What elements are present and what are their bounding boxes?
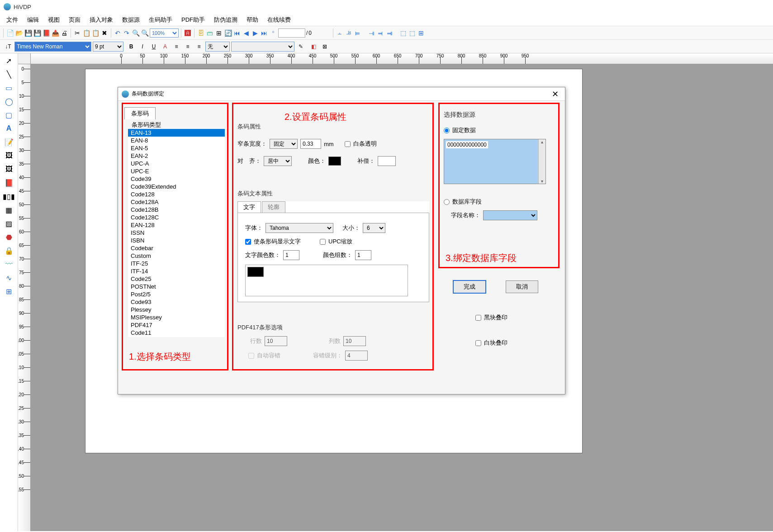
barcode-type-item[interactable]: Custom [128,252,225,260]
save-as-icon[interactable]: 💾 [33,29,41,37]
fill-color-icon[interactable]: ◧ [308,42,318,52]
font-color-button[interactable]: A [160,42,170,52]
delete-icon[interactable]: ✖ [100,29,109,37]
align-right-icon[interactable]: ⫢ [354,29,362,37]
last-record-icon[interactable]: ⏭ [260,29,268,37]
barcode-type-item[interactable]: ISSN [128,229,225,237]
barcode-type-item[interactable]: EAN-13 [128,129,225,137]
barcode-type-item[interactable]: Codebar [128,244,225,252]
grid-tool-icon[interactable]: ⊞ [4,286,14,297]
white-overprint-checkbox[interactable] [475,340,481,346]
db-table-icon[interactable]: ⊞ [215,29,223,37]
narrow-width-input[interactable] [300,139,321,149]
chart-tool-icon[interactable]: 〰 [4,259,14,270]
menu-item[interactable]: 数据源 [118,14,144,26]
barcode-type-list[interactable]: EAN-13EAN-8EAN-5EAN-2UPC-AUPC-ECode39Cod… [128,129,225,337]
open-icon[interactable]: 📂 [15,29,23,37]
narrow-mode-select[interactable]: 固定 [270,139,298,149]
text-size-select[interactable]: 6 [363,223,385,233]
datamatrix-tool-icon[interactable]: ▨ [4,218,14,229]
align-left-icon[interactable]: ⫠ [336,29,344,37]
undo-icon[interactable]: ↶ [114,29,122,37]
barcode-type-item[interactable]: PLANET [128,337,225,337]
text-direction-icon[interactable]: ↓T [3,42,13,52]
distribute-h-icon[interactable]: ⬚ [399,29,407,37]
align-top-icon[interactable]: ⫣ [367,29,375,37]
no-fill-icon[interactable]: ⊠ [320,42,330,52]
next-record-icon[interactable]: ▶ [251,29,259,37]
barcode-type-item[interactable]: Code128A [128,198,225,206]
barcode-type-item[interactable]: ITF-14 [128,267,225,275]
sub-tab-outline[interactable]: 轮廓 [262,201,285,213]
field-name-select[interactable] [483,210,537,220]
ellipse-tool-icon[interactable]: ◯ [4,96,14,107]
italic-button[interactable]: I [138,42,147,52]
barcode-type-item[interactable]: Code39Extended [128,183,225,190]
barcode-type-item[interactable]: ITF-25 [128,260,225,267]
paste-icon[interactable]: 📋 [91,29,100,37]
barcode-type-item[interactable]: EAN-8 [128,137,225,144]
security-tool-icon[interactable]: 🔒 [4,245,14,256]
barcode-type-item[interactable]: EAN-128 [128,221,225,229]
sub-tab-text[interactable]: 文字 [237,201,261,213]
print-icon[interactable]: 🖨 [60,29,68,37]
save-icon[interactable]: 💾 [24,29,32,37]
zoom-in-icon[interactable]: 🔍 [132,29,140,37]
first-record-icon[interactable]: ⏮ [233,29,241,37]
align-center-h-icon[interactable]: ⫡ [345,29,353,37]
barcode-type-item[interactable]: Plessey [128,306,225,314]
color-groups-input[interactable] [355,250,371,260]
db-edit-icon[interactable]: 🗃 [206,29,214,37]
font-size-select[interactable]: 9 pt [93,42,123,52]
qrcode-tool-icon[interactable]: ▦ [4,204,14,215]
barcode-type-item[interactable]: PDF417 [128,321,225,329]
menu-item[interactable]: 生码助手 [144,14,177,26]
export-pdf-icon[interactable]: 📕 [42,29,50,37]
text-colors-input[interactable] [283,250,299,260]
barcode-type-item[interactable]: Code128B [128,206,225,214]
pdf-tool-icon[interactable]: 📕 [4,177,14,188]
barcode-tool-icon[interactable]: ▮▯▮ [4,191,14,202]
menu-item[interactable]: 页面 [64,14,85,26]
line-tool-icon[interactable]: ╲ [4,69,14,80]
ok-button[interactable]: 完成 [453,280,486,294]
menu-item[interactable]: 视图 [43,14,64,26]
image-tool-icon[interactable]: 🖼 [4,150,14,161]
wrap-select[interactable]: 无 [205,42,230,52]
export-icon[interactable]: 📤 [51,29,59,37]
menu-item[interactable]: 编辑 [23,14,43,26]
barcode-type-item[interactable]: Code25 [128,275,225,283]
barcode-type-item[interactable]: UPC-A [128,160,225,167]
distribute-v-icon[interactable]: ⬚ [408,29,416,37]
pointer-tool-icon[interactable]: ➚ [4,55,14,66]
show-text-checkbox[interactable] [245,239,251,245]
text-align-right-icon[interactable]: ≡ [194,42,204,52]
text-tool-icon[interactable]: A [4,123,14,134]
new-icon[interactable]: 📄 [6,29,14,37]
barcode-type-item[interactable]: Code128 [128,190,225,198]
tab-barcode[interactable]: 条形码 [124,107,156,119]
offset-input[interactable] [378,156,396,166]
barcode-type-item[interactable]: POSTNet [128,283,225,290]
special-code-tool-icon[interactable]: ⬣ [4,232,14,242]
white-transparent-checkbox[interactable] [345,141,351,147]
menu-item[interactable]: 在线续费 [263,14,295,26]
menu-item[interactable]: PDF助手 [177,14,209,26]
cut-icon[interactable]: ✂ [73,29,81,37]
rect-tool-icon[interactable]: ▭ [4,82,14,93]
close-icon[interactable]: ✕ [549,89,561,99]
rounded-rect-tool-icon[interactable]: ▢ [4,109,14,120]
barcode-type-item[interactable]: Code11 [128,329,225,337]
barcode-type-item[interactable]: MSIPlessey [128,314,225,321]
barcode-type-item[interactable]: Code128C [128,214,225,221]
cancel-button[interactable]: 取消 [506,280,538,293]
text-font-select[interactable]: Tahoma [266,223,333,233]
record-num-icon[interactable]: ⁰ [269,29,277,37]
menu-item[interactable]: 防伪追溯 [209,14,242,26]
fixed-data-textarea[interactable]: 0000000000000 ▴ ▾ [444,139,546,184]
copy-icon[interactable]: 📋 [82,29,90,37]
scrollbar[interactable]: ▴ ▾ [538,139,545,184]
text-color-swatch[interactable] [247,267,264,277]
barcode-type-item[interactable]: Code39 [128,175,225,183]
fixed-data-radio[interactable] [444,128,450,133]
